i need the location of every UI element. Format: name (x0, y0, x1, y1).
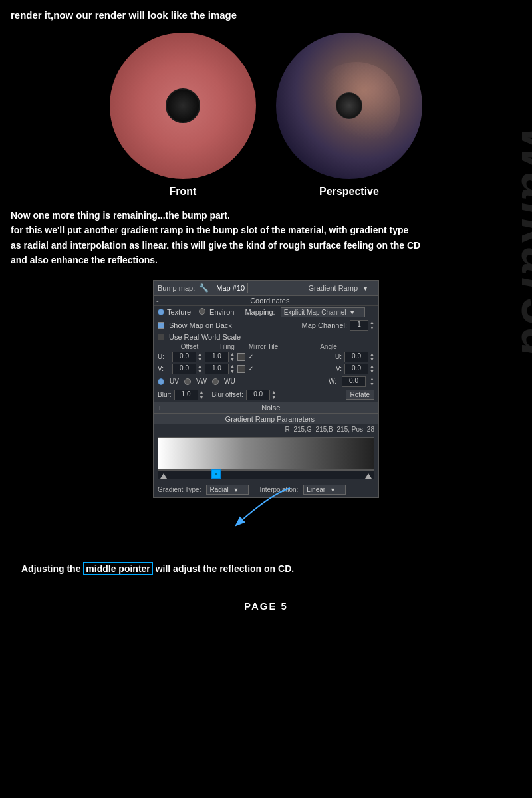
perspective-render-item: Perspective (276, 33, 422, 198)
spinner-up[interactable]: ▲ (370, 320, 374, 325)
coordinates-section-header: - Coordinates (154, 296, 378, 306)
cd-front-image (110, 33, 256, 179)
mapping-value: Explicit Map Channel (284, 309, 346, 316)
noise-title: Noise (167, 404, 374, 412)
gradient-pointer-right[interactable] (365, 473, 372, 479)
v-angle-input[interactable]: 0.0 (344, 364, 368, 374)
wu-radio[interactable] (212, 378, 219, 385)
mapping-dropdown[interactable]: Explicit Map Channel ▼ (281, 307, 366, 317)
gradient-pointer-middle[interactable] (211, 469, 221, 479)
panel-header: Bump map: 🔧 Map #10 Gradient Ramp ▼ (154, 281, 378, 296)
spinner-down[interactable]: ▼ (370, 325, 374, 331)
mirror-tile-col-header: Mirror Tile (247, 343, 280, 350)
gradient-info-row: R=215,G=215,B=215, Pos=28 (154, 424, 378, 434)
v-offset-spinner[interactable]: ▲▼ (198, 364, 202, 374)
show-map-row: Show Map on Back Map Channel: 1 ▲ ▼ (154, 319, 378, 332)
annotation-area (11, 511, 521, 558)
gradient-pointer-left[interactable] (160, 473, 167, 479)
show-map-label: Show Map on Back (169, 321, 232, 329)
coords-minus[interactable]: - (156, 297, 159, 305)
u-tiling-spinner[interactable]: ▲▼ (230, 352, 235, 362)
map-icon: 🔧 (199, 283, 209, 293)
v-mirror-checkbox[interactable] (237, 365, 245, 373)
v-offset-input[interactable]: 0.0 (172, 364, 196, 374)
vw-label: VW (196, 378, 207, 385)
tiling-col-header: Tiling (209, 343, 244, 350)
uv-radio[interactable] (158, 378, 164, 385)
rotate-button[interactable]: Rotate (346, 390, 374, 400)
v-tiling-spinner[interactable]: ▲▼ (230, 364, 235, 374)
u-label: U: (158, 353, 170, 360)
annotation-text-container: Adjusting the middle pointer will adjust… (11, 563, 521, 574)
description-text: Now one more thing is remaining...the bu… (11, 208, 521, 268)
front-render-item: Front (110, 33, 256, 198)
coordinates-title: Coordinates (164, 297, 376, 305)
blur-offset-spinner[interactable]: ▲▼ (271, 390, 276, 400)
w-angle-spinner[interactable]: ▲▼ (370, 376, 374, 387)
map-type-dropdown[interactable]: Gradient Ramp ▼ (305, 283, 374, 293)
texture-row: Texture Environ Mapping: Explicit Map Ch… (154, 306, 378, 319)
texture-radio[interactable] (158, 309, 164, 315)
u-tiling-input[interactable]: 1.0 (205, 352, 229, 362)
gradient-bar-container (158, 437, 374, 479)
v-tiling-input[interactable]: 1.0 (205, 364, 229, 374)
offset-col-header: Offset (172, 343, 207, 350)
environ-radio[interactable] (199, 308, 205, 315)
v-angle-spinner[interactable]: ▲▼ (370, 364, 374, 374)
mapping-label: Mapping: (245, 308, 275, 316)
u-angle-spinner[interactable]: ▲▼ (370, 352, 374, 362)
gradient-type-label: Gradient Type: (158, 486, 201, 493)
map-type-arrow: ▼ (362, 285, 368, 292)
w-angle-input[interactable]: 0.0 (342, 376, 366, 387)
render-images-container: Front Perspective (11, 33, 521, 198)
cd-perspective-hole (336, 92, 362, 119)
map-type-label: Gradient Ramp (308, 284, 358, 292)
map-channel-input[interactable]: 1 (350, 320, 368, 331)
texture-label: Texture (167, 308, 191, 316)
blur-offset-label: Blur offset: (212, 391, 244, 398)
v-label: V: (158, 365, 170, 372)
blur-label: Blur: (158, 391, 172, 398)
v-angle-label: V: (336, 365, 342, 372)
cd-front-hole (166, 88, 200, 123)
interpolation-dropdown[interactable]: Linear ▼ (303, 485, 346, 495)
gradient-ramp-panel: Bump map: 🔧 Map #10 Gradient Ramp ▼ - Co… (153, 280, 379, 498)
angle-col-header: Angle (283, 343, 374, 350)
blur-spinner[interactable]: ▲▼ (200, 390, 204, 400)
interpolation-value: Linear (307, 486, 325, 493)
gradient-params-section-header: - Gradient Ramp Parameters (154, 413, 378, 424)
environ-radio-wrap (199, 308, 205, 316)
u-mirror-checkbox[interactable] (237, 353, 245, 361)
u-angle-label: U: (335, 353, 342, 360)
real-world-label: Use Real-World Scale (169, 333, 241, 341)
noise-plus[interactable]: + (158, 404, 162, 412)
gradient-track[interactable] (158, 470, 374, 479)
bump-map-label: Bump map: (158, 284, 195, 292)
annotation-text-before: Adjusting the (21, 563, 83, 574)
map-channel-spinner[interactable]: ▲ ▼ (370, 320, 374, 331)
blur-offset-input[interactable]: 0.0 (246, 390, 270, 400)
u-offset-spinner[interactable]: ▲▼ (198, 352, 202, 362)
uv-label: UV (170, 378, 179, 385)
panel-container: Bump map: 🔧 Map #10 Gradient Ramp ▼ - Co… (11, 280, 521, 498)
u-offset-input[interactable]: 0.0 (172, 352, 196, 362)
map-channel-label: Map Channel: (302, 321, 348, 329)
map-name[interactable]: Map #10 (213, 283, 248, 293)
mapping-arrow: ▼ (349, 309, 355, 316)
u-mirror-check-label: ✓ (248, 353, 253, 360)
watermark: Waikar3d (511, 126, 532, 360)
real-world-checkbox[interactable] (158, 334, 164, 340)
gradient-bar[interactable] (158, 437, 374, 470)
blur-input[interactable]: 1.0 (174, 390, 198, 400)
wu-label: WU (224, 378, 235, 385)
real-world-row: Use Real-World Scale (154, 332, 378, 342)
grad-params-minus[interactable]: - (158, 415, 160, 423)
noise-section-header: + Noise (154, 402, 378, 413)
page-footer: PAGE 5 (0, 587, 532, 621)
gradient-params-title: Gradient Ramp Parameters (166, 415, 374, 423)
show-map-checkbox[interactable] (158, 322, 164, 329)
u-angle-input[interactable]: 0.0 (344, 352, 368, 362)
vw-radio[interactable] (184, 378, 191, 385)
v-mirror-check-label: ✓ (248, 365, 253, 372)
w-angle-label: W: (329, 378, 336, 385)
